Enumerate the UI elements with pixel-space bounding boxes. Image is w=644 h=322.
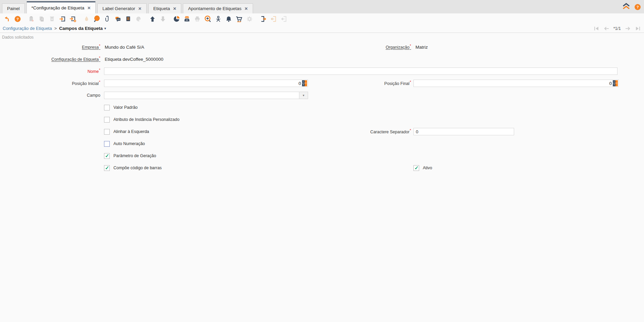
breadcrumb-current[interactable]: Campos da Etiqueta ▼ (59, 26, 107, 31)
new-record-icon (27, 14, 36, 23)
alinhar-esquerda-label: Alinhar à Esquerda (113, 129, 149, 134)
zoom-across-icon[interactable] (203, 14, 212, 23)
ativo-checkbox[interactable] (413, 165, 419, 171)
toolbar: ? (0, 13, 644, 24)
dropdown-arrow-icon[interactable] (299, 92, 308, 99)
help-badge-icon[interactable]: ? (635, 4, 641, 10)
posicao-final-field (413, 80, 619, 87)
chat-icon[interactable] (113, 14, 122, 23)
find-icon[interactable] (93, 14, 101, 23)
form-campos-da-etiqueta: Empresa Mundo do Café S/A Organização Ma… (0, 41, 644, 174)
previous-record-icon[interactable] (603, 26, 609, 31)
caractere-separador-input[interactable] (413, 128, 514, 135)
tab-painel[interactable]: Painel (2, 3, 25, 13)
archive-icon[interactable] (183, 14, 191, 23)
import-icon (269, 14, 278, 23)
form-row-valor-padrao: Valor Padrão (0, 101, 644, 113)
close-icon[interactable]: ✕ (173, 6, 176, 11)
breadcrumb-separator: > (54, 26, 57, 31)
atributo-instancia-checkbox[interactable] (104, 117, 110, 123)
copy-record-icon (37, 14, 46, 23)
breadcrumb-parent-link[interactable]: Configuração de Etiqueta (3, 26, 52, 31)
posicao-inicial-field (104, 80, 308, 87)
detail-record-icon (158, 14, 167, 23)
atributo-instancia-label: Atributo de Instância Personalizado (113, 117, 180, 122)
parametro-geracao-checkbox[interactable] (104, 153, 110, 159)
first-record-icon[interactable] (594, 26, 599, 31)
next-record-icon[interactable] (625, 26, 631, 31)
posicao-inicial-input[interactable] (104, 81, 302, 86)
tab-label: Apontamento de Etiquetas (188, 6, 241, 11)
tab-configuracao-etiqueta[interactable]: *Configuração de Etiqueta ✕ (27, 1, 96, 13)
valor-padrao-checkbox[interactable] (104, 105, 110, 110)
record-navigation: *1/1 (594, 26, 641, 31)
last-record-icon[interactable] (635, 26, 641, 31)
calculator-icon[interactable] (613, 80, 618, 86)
tab-etiqueta[interactable]: Etiqueta ✕ (148, 3, 182, 13)
form-row-empresa: Empresa Mundo do Café S/A Organização Ma… (0, 41, 644, 53)
customize-icon (134, 14, 143, 23)
auto-numeracao-label: Auto Numeração (113, 141, 145, 146)
save-icon[interactable] (58, 14, 67, 23)
tab-label-generator[interactable]: Label Generator ✕ (97, 3, 147, 13)
form-row-parametro: Parâmetro de Geração (0, 150, 644, 162)
chart-icon[interactable] (172, 14, 181, 23)
empresa-label[interactable]: Empresa (0, 44, 101, 50)
alinhar-esquerda-checkbox[interactable] (104, 129, 110, 135)
parent-record-icon[interactable] (148, 14, 157, 23)
requery-icon (82, 14, 91, 23)
posicao-final-input[interactable] (414, 81, 613, 86)
compoe-codigo-barras-label: Compõe código de barras (113, 166, 162, 170)
record-count: *1/1 (613, 26, 621, 31)
valor-padrao-label: Valor Padrão (113, 105, 138, 110)
campo-input[interactable] (104, 92, 299, 99)
file-import-icon (280, 14, 288, 23)
close-icon[interactable]: ✕ (138, 6, 142, 11)
form-row-campo: Campo (0, 89, 644, 101)
parametro-geracao-label: Parâmetro de Geração (113, 153, 156, 158)
help-icon[interactable]: ? (13, 14, 22, 23)
form-row-alinhar: Alinhar à Esquerda Caractere Separador (0, 126, 644, 138)
campo-combobox (104, 92, 308, 99)
empresa-value: Mundo do Café S/A (105, 45, 307, 50)
tab-label: Etiqueta (153, 6, 170, 11)
breadcrumb-row: Configuração de Etiqueta > Campos da Eti… (0, 24, 644, 33)
posicao-final-label: Posição Final (307, 80, 412, 86)
save-create-icon[interactable] (68, 14, 77, 23)
organizacao-value: Matriz (415, 45, 619, 50)
undo-icon[interactable] (3, 14, 11, 23)
report-icon[interactable] (124, 14, 133, 23)
collapse-header-icon[interactable] (622, 3, 631, 11)
workflow-icon[interactable] (214, 14, 222, 23)
nome-label: Nome (0, 68, 101, 74)
print-icon (193, 14, 202, 23)
product-info-icon[interactable] (235, 14, 243, 23)
tab-label: *Configuração de Etiqueta (32, 5, 85, 10)
tab-label: Painel (7, 6, 20, 11)
attachment-icon[interactable] (103, 14, 112, 23)
group-label: Dados solicitados (0, 33, 644, 40)
form-row-configuracao: Configuração de Etiqueta Etiqueta devCof… (0, 53, 644, 65)
form-row-auto-numeracao: Auto Numeração (0, 138, 644, 150)
delete-record-icon (48, 14, 56, 23)
auto-numeracao-checkbox[interactable] (104, 141, 110, 147)
tab-label: Label Generator (102, 6, 135, 11)
tab-apontamento-etiquetas[interactable]: Apontamento de Etiquetas ✕ (183, 3, 253, 13)
process-icon (245, 14, 254, 23)
export-icon[interactable] (259, 14, 267, 23)
requests-icon[interactable] (224, 14, 233, 23)
close-icon[interactable]: ✕ (245, 6, 248, 11)
close-icon[interactable]: ✕ (87, 6, 91, 10)
campo-label: Campo (0, 93, 101, 98)
window-tab-bar: Painel *Configuração de Etiqueta ✕ Label… (0, 0, 644, 13)
organizacao-label[interactable]: Organização (307, 44, 412, 50)
chevron-down-icon: ▼ (104, 27, 107, 30)
nome-input[interactable] (104, 67, 617, 75)
configuracao-etiqueta-label[interactable]: Configuração de Etiqueta (0, 56, 101, 62)
compoe-codigo-barras-checkbox[interactable] (104, 165, 110, 171)
form-row-nome: Nome (0, 65, 644, 77)
form-row-posicao: Posição Inicial Posição Final (0, 77, 644, 89)
breadcrumb: Configuração de Etiqueta > Campos da Eti… (3, 26, 107, 31)
svg-text:?: ? (16, 17, 18, 21)
configuracao-etiqueta-value: Etiqueta devCoffee_5000000 (105, 57, 307, 62)
